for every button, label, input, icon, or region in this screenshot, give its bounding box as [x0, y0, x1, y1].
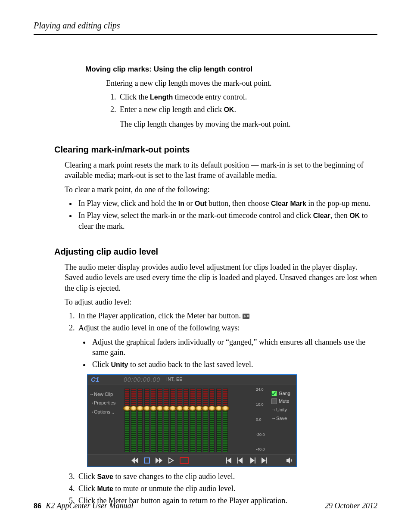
ui-out: Out — [195, 200, 207, 207]
meter-15[interactable] — [216, 389, 221, 452]
s3-sub-a: Adjust the graphical faders individually… — [90, 337, 377, 358]
header-rule — [34, 34, 377, 35]
ui-clear: Clear — [313, 212, 330, 219]
meter-2[interactable] — [131, 389, 136, 452]
meter-bank — [123, 385, 256, 454]
skip-end-icon[interactable] — [261, 457, 268, 464]
scale-10: 10.0 — [256, 402, 269, 407]
txt: timecode entry control. — [173, 93, 247, 101]
meter-10[interactable] — [184, 389, 189, 452]
page-footer: 86 K2 AppCenter User Manual 29 October 2… — [34, 501, 377, 510]
rewind-icon[interactable] — [131, 457, 138, 464]
txt: Adjust the audio level in one of the fol… — [78, 324, 240, 332]
page-number: 86 — [34, 502, 41, 510]
s3-p1: The audio meter display provides audio l… — [65, 262, 377, 293]
ui-clear-mark: Clear Mark — [271, 200, 306, 207]
meter-8[interactable] — [170, 389, 175, 452]
shot-right-panel: Gang Mute →Unity →Save — [269, 385, 296, 454]
s3-step3: Click Save to save changes to the clip a… — [77, 471, 377, 482]
ui-unity: Unity — [111, 361, 128, 368]
link-save[interactable]: →Save — [271, 415, 294, 422]
checkbox-mute[interactable] — [271, 398, 277, 404]
s2-p1: Clearing a mark point resets the mark to… — [65, 160, 377, 181]
shot-sidebar: →New Clip →Properties →Options... — [87, 385, 123, 454]
txt: to set audio back to the last saved leve… — [128, 360, 253, 369]
s2-p2: To clear a mark point, do one of the fol… — [65, 184, 377, 195]
checkbox-gang[interactable] — [271, 391, 277, 396]
link-properties[interactable]: →Properties — [89, 400, 121, 406]
s3-p2: To adjust audio level: — [65, 297, 377, 307]
svg-rect-0 — [144, 458, 149, 463]
s1-result: The clip length changes by moving the ma… — [120, 119, 377, 129]
txt: Enter a new clip length and click — [120, 105, 224, 114]
meter-scale: 24.0 10.0 0.0 -20.0 -40.0 — [256, 385, 269, 454]
s2-b2: In Play view, select the mark-in or the … — [77, 210, 377, 231]
txt: , then — [330, 211, 350, 220]
s3-sub-b: Click Unity to set audio back to the las… — [90, 359, 377, 370]
link-options[interactable]: →Options... — [89, 409, 121, 415]
ui-save: Save — [97, 473, 113, 480]
txt: Click — [92, 360, 111, 369]
meter-12[interactable] — [196, 389, 202, 452]
ui-length: Length — [150, 93, 173, 101]
ui-ok2: OK — [349, 212, 360, 219]
stop-icon[interactable] — [143, 457, 150, 464]
txt: Click — [78, 484, 97, 493]
meter-11[interactable] — [190, 389, 195, 452]
meter-6[interactable] — [157, 389, 162, 452]
txt: Click the — [120, 93, 150, 101]
txt: or — [184, 199, 195, 208]
s3-step1: In the Player application, click the Met… — [77, 311, 377, 321]
fast-forward-icon[interactable] — [156, 457, 162, 464]
speaker-icon[interactable] — [286, 457, 293, 464]
meter-3[interactable] — [137, 389, 143, 452]
footer-date: 29 October 2012 — [325, 501, 377, 510]
meter-bar-icon — [243, 314, 249, 319]
heading-moving-clip-marks: Moving clip marks: Using the clip length… — [85, 65, 377, 74]
ui-mute: Mute — [97, 485, 113, 492]
label-mute: Mute — [279, 398, 289, 404]
txt: . — [234, 105, 236, 114]
txt: to save changes to the clip audio level. — [113, 472, 235, 481]
scale-neg40: -40.0 — [256, 447, 269, 452]
skip-start-icon[interactable] — [225, 457, 232, 464]
txt: In Play view, click and hold the — [78, 199, 178, 208]
txt: to mute or unmute the clip audio level. — [113, 484, 235, 493]
txt: button, then choose — [207, 199, 271, 208]
audio-meter-screenshot: C1 00:00:00.00 INT, EE →New Clip →Proper… — [87, 374, 297, 467]
meter-5[interactable] — [151, 389, 156, 452]
txt: Click — [78, 472, 97, 481]
meter-4[interactable] — [144, 389, 149, 452]
s2-b1: In Play view, click and hold the In or O… — [77, 198, 377, 208]
link-unity[interactable]: →Unity — [271, 407, 294, 413]
step-back-icon[interactable] — [237, 457, 244, 464]
s1-step2: Enter a new clip length and click OK. Th… — [118, 104, 377, 130]
scale-24: 24.0 — [256, 387, 269, 392]
channel-label: C1 — [91, 375, 124, 384]
running-head: Playing and editing clips — [34, 21, 377, 31]
heading-adjust-audio: Adjusting clip audio level — [54, 247, 377, 257]
scale-0: 0.0 — [256, 417, 269, 422]
step-forward-icon[interactable] — [249, 457, 256, 464]
shot-titlebar: C1 00:00:00.00 INT, EE — [87, 375, 296, 385]
meter-14[interactable] — [209, 389, 215, 452]
play-icon[interactable] — [168, 457, 174, 464]
fader-knob[interactable] — [221, 406, 230, 411]
record-icon[interactable] — [180, 457, 189, 464]
heading-clearing-marks: Clearing mark-in/mark-out points — [54, 145, 377, 155]
meter-16[interactable] — [223, 389, 228, 452]
manual-title: K2 AppCenter User Manual — [46, 501, 133, 510]
txt: In Play view, select the mark-in or the … — [78, 211, 313, 220]
link-new-clip[interactable]: →New Clip — [89, 391, 121, 398]
timecode-display: 00:00:00.00 — [124, 376, 160, 384]
meter-7[interactable] — [164, 389, 169, 452]
s3-step4: Click Mute to mute or unmute the clip au… — [77, 483, 377, 494]
label-gang: Gang — [279, 390, 290, 397]
mode-label: INT, EE — [166, 376, 182, 383]
meter-13[interactable] — [203, 389, 208, 452]
s1-intro: Entering a new clip length moves the mar… — [106, 78, 377, 88]
meter-9[interactable] — [177, 389, 182, 452]
meter-1[interactable] — [125, 389, 130, 452]
txt: In the Player application, click the Met… — [78, 311, 243, 320]
scale-neg20: -20.0 — [256, 432, 269, 437]
